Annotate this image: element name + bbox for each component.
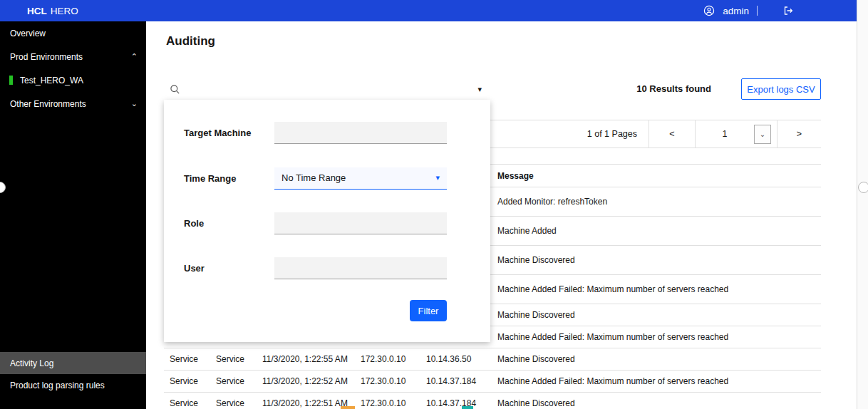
- sidebar-item-label: Overview: [10, 29, 46, 38]
- brand-primary: HCL: [27, 6, 47, 16]
- topbar: HCL HERO admin: [0, 0, 857, 21]
- table-cell: Added Monitor: refreshToken: [492, 187, 821, 217]
- table-header-message: Message: [492, 165, 821, 187]
- table-cell: Machine Added Failed: Maximum number of …: [492, 371, 821, 393]
- time-range-value: No Time Range: [281, 172, 346, 183]
- topbar-user-area: admin: [703, 0, 794, 21]
- time-range-select[interactable]: No Time Range ▾: [274, 167, 447, 190]
- filter-search-input[interactable]: [180, 78, 477, 100]
- filter-field-time-range: Time Range No Time Range ▾: [184, 167, 447, 189]
- page-select-dropdown-icon[interactable]: ⌄: [754, 125, 771, 144]
- table-cell: 10.14.36.50: [420, 348, 492, 371]
- vertical-scrollbar-track[interactable]: [857, 0, 868, 409]
- table-cell: Machine Added Failed: Maximum number of …: [492, 275, 821, 304]
- pagination-page-select[interactable]: 1 ⌄: [695, 120, 777, 147]
- filter-field-user: User: [184, 257, 447, 279]
- page-title: Auditing: [166, 34, 215, 48]
- table-row: ServiceService11/3/2020, 1:22:52 AM172.3…: [164, 371, 821, 393]
- chevron-down-icon: ▾: [435, 173, 440, 182]
- app-window: HCL HERO admin Overview: [0, 0, 868, 409]
- field-label: User: [184, 263, 274, 274]
- filter-field-target-machine: Target Machine: [184, 122, 447, 143]
- sidebar-item-label: Prod Environments: [10, 52, 83, 62]
- sidebar-item-overview[interactable]: Overview: [0, 21, 146, 45]
- table-cell: 172.30.0.10: [355, 393, 420, 409]
- filter-panel: Target Machine Time Range No Time Range …: [164, 100, 490, 342]
- sidebar-item-label: Product log parsing rules: [10, 380, 105, 390]
- filter-dropdown-caret-icon[interactable]: ▾: [477, 85, 482, 94]
- sidebar-item-label: Activity Log: [10, 358, 53, 368]
- role-input[interactable]: [274, 212, 447, 234]
- table-cell: Machine Added: [492, 217, 821, 246]
- target-machine-input[interactable]: [274, 122, 447, 144]
- field-label: Role: [184, 218, 274, 229]
- pagination-current-page: 1: [696, 129, 754, 139]
- sidebar: Overview Prod Environments ⌃ Test_HERO_W…: [0, 21, 146, 409]
- main-content: Auditing 10 Results found Export logs CS…: [146, 21, 857, 409]
- table-row: ServiceService11/3/2020, 1:22:55 AM172.3…: [164, 348, 821, 371]
- sidebar-item-label: Test_HERO_WA: [20, 76, 83, 86]
- pagination-next-button[interactable]: >: [777, 120, 821, 147]
- table-cell: 11/3/2020, 1:22:52 AM: [257, 371, 355, 393]
- table-cell: 172.30.0.10: [355, 371, 420, 393]
- sidebar-item-prod-environments[interactable]: Prod Environments ⌃: [0, 45, 146, 68]
- table-cell: 10.14.37.184: [420, 371, 492, 393]
- sidebar-item-activity-log[interactable]: Activity Log: [0, 352, 146, 374]
- logout-icon[interactable]: [782, 5, 794, 16]
- table-cell: Service: [164, 393, 210, 409]
- table-cell: 11/3/2020, 1:22:51 AM: [257, 393, 355, 409]
- table-cell: Machine Discovered: [492, 393, 821, 409]
- brand-secondary: HERO: [51, 6, 78, 16]
- username[interactable]: admin: [723, 6, 749, 16]
- table-row: ServiceService11/3/2020, 1:22:51 AM172.3…: [164, 393, 821, 409]
- table-cell: 11/3/2020, 1:22:55 AM: [257, 348, 355, 371]
- filter-submit-button[interactable]: Filter: [410, 300, 447, 321]
- field-label: Target Machine: [184, 128, 274, 138]
- filter-field-role: Role: [184, 212, 447, 234]
- export-logs-csv-button[interactable]: Export logs CSV: [741, 78, 821, 100]
- field-label: Time Range: [184, 173, 274, 184]
- table-cell: Service: [164, 371, 210, 393]
- topbar-separator: [757, 6, 758, 16]
- sidebar-item-label: Other Environments: [10, 99, 86, 109]
- chevron-up-icon: ⌃: [131, 52, 138, 61]
- sidebar-item-test-hero-wa[interactable]: Test_HERO_WA: [0, 68, 146, 92]
- table-cell: Machine Added Failed: Maximum number of …: [492, 326, 821, 348]
- user-input[interactable]: [274, 257, 447, 279]
- table-cell: Service: [164, 348, 210, 371]
- search-icon: [170, 84, 180, 95]
- table-cell: 10.14.37.184: [420, 393, 492, 409]
- table-cell: Service: [210, 371, 257, 393]
- sidebar-item-product-log-parsing-rules[interactable]: Product log parsing rules: [0, 374, 146, 396]
- table-cell: Machine Discovered: [492, 246, 821, 275]
- brand-logo: HCL HERO: [27, 0, 78, 21]
- table-cell: Machine Discovered: [492, 304, 821, 326]
- table-cell: Machine Discovered: [492, 348, 821, 371]
- user-icon[interactable]: [703, 5, 715, 16]
- pagination-prev-button[interactable]: <: [649, 120, 695, 147]
- results-count: 10 Results found: [584, 83, 711, 94]
- sidebar-item-other-environments[interactable]: Other Environments ⌄: [0, 92, 146, 115]
- table-cell: Service: [210, 393, 257, 409]
- right-scroll-handle[interactable]: [858, 182, 868, 193]
- filter-search-bar: ▾: [164, 78, 490, 100]
- chevron-down-icon: ⌄: [131, 99, 138, 108]
- status-green-indicator: [9, 76, 13, 85]
- sidebar-footer: Activity Log Product log parsing rules: [0, 352, 146, 396]
- pagination-pages-label: 1 of 1 Pages: [492, 120, 649, 147]
- table-cell: Service: [210, 348, 257, 371]
- table-cell: 172.30.0.10: [355, 348, 420, 371]
